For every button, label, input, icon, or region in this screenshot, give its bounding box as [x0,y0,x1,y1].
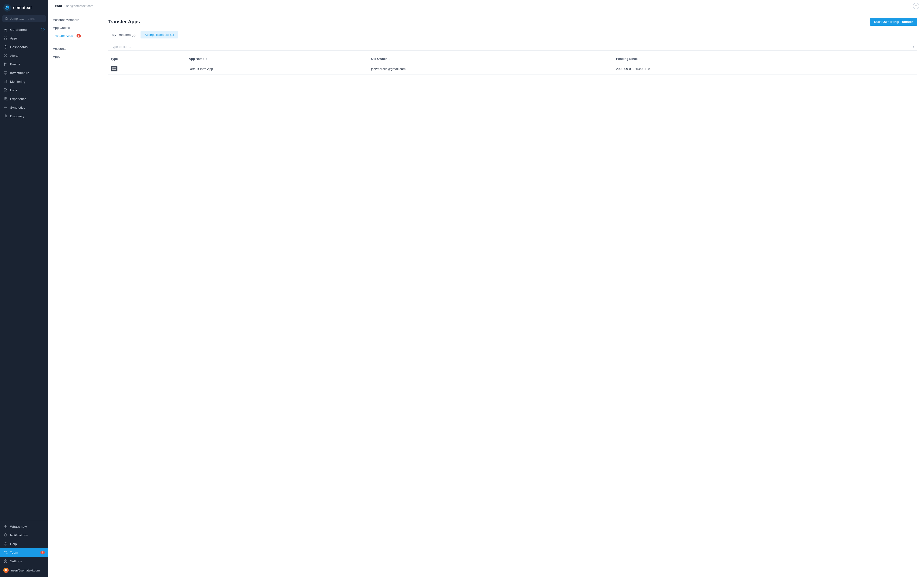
logo[interactable]: sematext [0,0,48,15]
globe-icon [3,45,8,49]
sidebar-item-label: Settings [10,559,22,563]
cell-row-actions[interactable]: ··· [856,63,917,74]
sec-nav-account-members[interactable]: Account Members [48,16,101,24]
sidebar-item-help[interactable]: Help [0,540,48,548]
col-app-name[interactable]: App Name ↑ [186,55,368,63]
sort-icon: ↕ [388,58,390,60]
sidebar-item-get-started[interactable]: Get Started [0,25,48,34]
page-content: Transfer Apps Start Ownership Transfer M… [101,12,924,577]
sidebar-item-user[interactable]: U user@sematext.com [0,566,48,575]
sort-icon: ↑ [206,58,207,60]
svg-point-28 [5,115,6,116]
sidebar-item-label: Logs [10,89,17,92]
sec-nav-label: Transfer Apps [53,34,73,37]
grid-icon [3,36,8,40]
rocket-icon [3,27,8,32]
sidebar-item-logs[interactable]: Logs [0,86,48,95]
discovery-icon [3,114,8,118]
sec-nav-label: Apps [53,55,60,58]
tab-accept-transfers[interactable]: Accept Transfers (1) [141,31,178,39]
sidebar-item-dashboards[interactable]: Dashboards [0,43,48,51]
tab-my-transfers[interactable]: My Transfers (0) [108,31,140,39]
sec-nav-accounts[interactable]: Accounts [48,45,101,53]
monitor-icon [3,71,8,75]
sidebar-item-settings[interactable]: Settings [0,557,48,566]
secondary-sidebar: Account Members App Guests Transfer Apps… [48,12,101,577]
sidebar-user-label: user@sematext.com [11,569,40,572]
sidebar-item-notifications[interactable]: Notifications [0,531,48,540]
svg-rect-11 [6,39,7,40]
sidebar-item-label: Help [10,542,17,546]
cell-type [108,63,186,74]
svg-rect-23 [6,80,7,83]
col-actions [856,55,917,63]
experience-icon [3,97,8,101]
col-pending-since[interactable]: Pending Since ↕ [613,55,856,63]
activity-icon [3,105,8,110]
team-icon [3,550,8,554]
table-body: Default Infra App jazzmorello@gmail.com … [108,63,917,74]
sidebar-bottom: What's new Notifications Help [0,520,48,577]
search-bar[interactable]: Jump to... Ctrl+K [2,15,46,22]
sidebar-item-label: Infrastructure [10,71,29,75]
svg-point-1 [5,5,9,8]
main-wrapper: Team user@sematext.com ? Account Members… [48,0,924,577]
sidebar-item-label: Synthetics [10,106,25,110]
svg-point-3 [8,6,8,7]
sidebar: sematext Jump to... Ctrl+K Get Started [0,0,48,577]
bar-chart-icon [3,79,8,84]
progress-icon [40,27,45,32]
logo-icon [3,4,11,11]
sidebar-item-label: Notifications [10,533,28,537]
page-title: Transfer Apps [108,19,140,24]
sidebar-item-label: Dashboards [10,45,27,49]
flag-icon [3,62,8,66]
svg-point-26 [4,97,5,98]
sec-nav-label: App Guests [53,26,70,29]
sidebar-item-infrastructure[interactable]: Infrastructure [0,69,48,77]
transfer-table: Type App Name ↑ Old Owner ↕ Pending Sinc… [108,55,917,74]
sidebar-item-label: Get Started [10,28,27,32]
search-placeholder: Jump to... [10,17,26,21]
svg-point-34 [5,561,6,562]
sidebar-item-team[interactable]: Team 1 [0,548,48,557]
sec-nav-apps[interactable]: Apps [48,53,101,61]
help-button[interactable]: ? [913,3,919,9]
sidebar-item-label: Discovery [10,114,24,118]
filter-input[interactable] [108,43,917,51]
sec-nav-label: Account Members [53,18,79,22]
cell-pending-since: 2020-09-01 8:54:03 PM [613,63,856,74]
cell-old-owner: jazzmorello@gmail.com [368,63,613,74]
svg-rect-36 [113,68,113,69]
sec-nav-label: Accounts [53,47,66,50]
nav-divider [48,42,101,42]
sidebar-item-events[interactable]: Events [0,60,48,69]
sidebar-item-label: Monitoring [10,80,25,84]
sidebar-item-label: Team [10,551,18,554]
col-type: Type [108,55,186,63]
tabs: My Transfers (0) Accept Transfers (1) [108,31,917,39]
row-actions-menu[interactable]: ··· [859,66,863,71]
search-icon [5,17,8,21]
sidebar-item-synthetics[interactable]: Synthetics [0,103,48,112]
sidebar-item-apps[interactable]: Apps [0,34,48,43]
sidebar-item-experience[interactable]: Experience [0,95,48,103]
svg-rect-9 [6,37,7,38]
col-old-owner[interactable]: Old Owner ↕ [368,55,613,63]
sec-nav-app-guests[interactable]: App Guests [48,24,101,32]
sidebar-item-discovery[interactable]: Discovery [0,112,48,121]
page-header: Transfer Apps Start Ownership Transfer [108,18,917,26]
start-ownership-transfer-button[interactable]: Start Ownership Transfer [870,18,917,26]
svg-rect-10 [4,39,5,40]
sidebar-item-label: Apps [10,37,18,40]
file-text-icon [3,88,8,92]
svg-rect-8 [4,37,5,38]
sidebar-item-monitoring[interactable]: Monitoring [0,77,48,86]
content-area: Account Members App Guests Transfer Apps… [48,12,924,577]
svg-rect-18 [4,71,7,74]
sidebar-item-whats-new[interactable]: What's new [0,522,48,531]
bell-icon [3,533,8,537]
sec-nav-transfer-apps[interactable]: Transfer Apps 1 [48,32,101,40]
sidebar-item-alerts[interactable]: Alerts [0,51,48,60]
topbar: Team user@sematext.com ? [48,0,924,12]
